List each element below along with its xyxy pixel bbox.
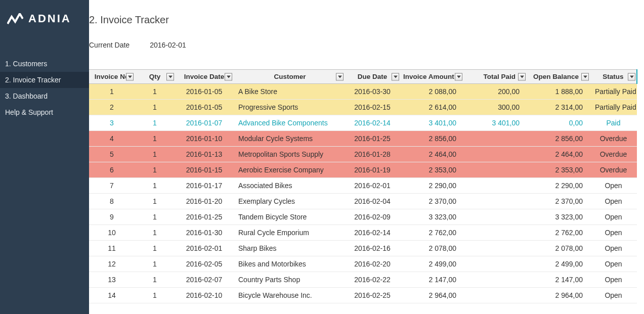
cell-total-paid (463, 178, 527, 194)
cell-customer: Exemplary Cycles (233, 194, 345, 209)
filter-icon[interactable] (166, 73, 174, 80)
cell-due-date: 2016-02-22 (345, 272, 400, 288)
cell-invoice-date: 2016-01-25 (175, 209, 233, 225)
filter-icon[interactable] (581, 73, 589, 80)
page-title: 2. Invoice Tracker (89, 0, 644, 26)
col-label: Invoice Date (184, 73, 225, 80)
cell-invoice-amount: 2 370,00 (400, 194, 463, 209)
filter-icon[interactable] (392, 73, 399, 80)
cell-status: Partially Paid (590, 100, 637, 115)
filter-icon[interactable] (225, 73, 232, 80)
cell-total-paid (463, 241, 527, 256)
filter-icon[interactable] (455, 73, 462, 80)
sidebar-item-invoice-tracker[interactable]: 2. Invoice Tracker (0, 72, 89, 88)
table-row[interactable]: 912016-01-25Tandem Bicycle Store2016-02-… (89, 209, 637, 225)
table-row[interactable]: 812016-01-20Exemplary Cycles2016-02-042 … (89, 194, 637, 209)
cell-invoice-no: 14 (89, 288, 135, 303)
table-row[interactable]: 212016-01-05Progressive Sports2016-02-15… (89, 100, 637, 115)
cell-invoice-no: 2 (89, 100, 135, 115)
table-row[interactable]: 1412016-02-10Bicycle Warehouse Inc.2016-… (89, 288, 637, 303)
filter-icon[interactable] (628, 73, 635, 80)
cell-customer: Sharp Bikes (233, 241, 345, 256)
cell-total-paid (463, 131, 527, 147)
table-row[interactable]: 512016-01-13Metropolitan Sports Supply20… (89, 147, 637, 162)
table-row[interactable]: 1212016-02-05Bikes and Motorbikes2016-02… (89, 256, 637, 272)
brand-mark-icon (7, 13, 23, 24)
cell-open-balance: 2 499,00 (527, 256, 590, 272)
cell-invoice-date: 2016-01-05 (175, 100, 233, 115)
table-row[interactable]: 312016-01-07Advanced Bike Components2016… (89, 115, 637, 131)
sidebar-item-help-support[interactable]: Help & Support (0, 104, 89, 120)
cell-invoice-amount: 2 078,00 (400, 241, 463, 256)
cell-invoice-amount: 3 323,00 (400, 209, 463, 225)
cell-qty: 1 (135, 147, 175, 162)
cell-invoice-no: 5 (89, 147, 135, 162)
col-label: Due Date (358, 73, 388, 80)
table-row[interactable]: 1012016-01-30Rural Cycle Emporium2016-02… (89, 225, 637, 241)
col-label: Customer (274, 73, 306, 80)
col-label: Open Balance (533, 73, 579, 80)
cell-total-paid: 3 401,00 (463, 115, 527, 131)
cell-qty: 1 (135, 288, 175, 303)
filter-icon[interactable] (518, 73, 526, 80)
table-row[interactable]: 412016-01-10Modular Cycle Systems2016-01… (89, 131, 637, 147)
cell-qty: 1 (135, 256, 175, 272)
filter-icon[interactable] (336, 73, 344, 80)
cell-qty: 1 (135, 115, 175, 131)
cell-invoice-amount: 2 088,00 (400, 84, 463, 100)
cell-customer: Progressive Sports (233, 100, 345, 115)
cell-due-date: 2016-02-14 (345, 115, 400, 131)
cell-invoice-no: 10 (89, 225, 135, 241)
cell-invoice-date: 2016-01-20 (175, 194, 233, 209)
cell-invoice-no: 12 (89, 256, 135, 272)
cell-invoice-no: 4 (89, 131, 135, 147)
cell-total-paid (463, 162, 527, 178)
cell-open-balance: 2 464,00 (527, 147, 590, 162)
cell-invoice-date: 2016-01-07 (175, 115, 233, 131)
cell-open-balance: 2 290,00 (527, 178, 590, 194)
cell-open-balance: 2 314,00 (527, 100, 590, 115)
cell-qty: 1 (135, 225, 175, 241)
table-row[interactable]: 1112016-02-01Sharp Bikes2016-02-162 078,… (89, 241, 637, 256)
cell-open-balance: 2 147,00 (527, 272, 590, 288)
cell-total-paid: 200,00 (463, 84, 527, 100)
cell-open-balance: 0,00 (527, 115, 590, 131)
cell-status: Overdue (590, 147, 637, 162)
cell-total-paid: 300,00 (463, 100, 527, 115)
sidebar-item-dashboard[interactable]: 3. Dashboard (0, 88, 89, 104)
table-row[interactable]: 712016-01-17Associated Bikes2016-02-012 … (89, 178, 637, 194)
cell-invoice-amount: 2 353,00 (400, 162, 463, 178)
col-total-paid: Total Paid (463, 70, 527, 84)
cell-total-paid (463, 272, 527, 288)
col-due-date: Due Date (345, 70, 400, 84)
cell-due-date: 2016-01-19 (345, 162, 400, 178)
cell-customer: Rural Cycle Emporium (233, 225, 345, 241)
cell-invoice-no: 11 (89, 241, 135, 256)
sidebar: ADNIA 1. Customers 2. Invoice Tracker 3.… (0, 0, 89, 314)
current-date-value: 2016-02-01 (150, 41, 186, 49)
table-row[interactable]: 1312016-02-07Country Parts Shop2016-02-2… (89, 272, 637, 288)
cell-open-balance: 2 856,00 (527, 131, 590, 147)
col-open-balance: Open Balance (527, 70, 590, 84)
brand-logo: ADNIA (0, 0, 89, 56)
cell-qty: 1 (135, 162, 175, 178)
sidebar-nav: 1. Customers 2. Invoice Tracker 3. Dashb… (0, 56, 89, 120)
cell-invoice-date: 2016-02-07 (175, 272, 233, 288)
cell-status: Open (590, 178, 637, 194)
sidebar-item-customers[interactable]: 1. Customers (0, 56, 89, 72)
cell-customer: Bikes and Motorbikes (233, 256, 345, 272)
table-row[interactable]: 112016-01-05A Bike Store2016-03-302 088,… (89, 84, 637, 100)
cell-total-paid (463, 147, 527, 162)
cell-due-date: 2016-01-25 (345, 131, 400, 147)
table-row[interactable]: 612016-01-15Aerobic Exercise Company2016… (89, 162, 637, 178)
filter-icon[interactable] (126, 73, 134, 80)
cell-qty: 1 (135, 241, 175, 256)
cell-invoice-amount: 2 964,00 (400, 288, 463, 303)
cell-qty: 1 (135, 100, 175, 115)
cell-invoice-date: 2016-02-05 (175, 256, 233, 272)
col-label: Qty (149, 73, 161, 80)
cell-due-date: 2016-01-28 (345, 147, 400, 162)
cell-invoice-date: 2016-01-05 (175, 84, 233, 100)
cell-total-paid (463, 256, 527, 272)
col-invoice-no: Invoice No (89, 70, 135, 84)
